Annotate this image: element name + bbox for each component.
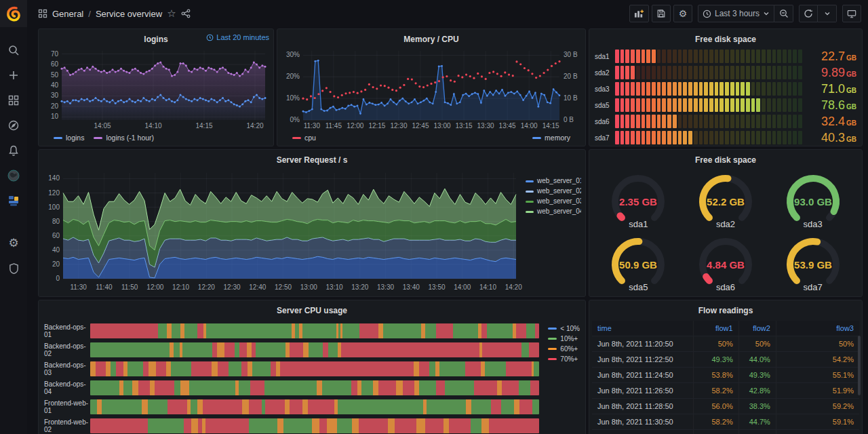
dashboards-icon[interactable] bbox=[5, 92, 22, 108]
table-scrollbar[interactable] bbox=[858, 336, 861, 395]
bar-gauge-cell bbox=[751, 66, 755, 79]
disk-value-unit: GB bbox=[846, 87, 856, 94]
admin-shield-icon[interactable] bbox=[5, 260, 22, 276]
flow-value-cell: 59.1% bbox=[776, 414, 859, 429]
star-icon[interactable]: ☆ bbox=[167, 7, 176, 20]
memcpu-legend-item[interactable]: cpu bbox=[292, 134, 316, 142]
bar-gauge-cell bbox=[625, 98, 629, 112]
timeline-segment bbox=[439, 361, 465, 376]
timeline-segment bbox=[96, 361, 106, 376]
panel-title-gauges[interactable]: Free disk space bbox=[595, 154, 856, 167]
timeline-segment bbox=[206, 323, 291, 338]
flow-table-header-row: timeflow1flow2flow3 bbox=[592, 321, 859, 336]
memcpu-legend-item[interactable]: memory bbox=[532, 134, 570, 142]
timeline-segment bbox=[436, 380, 445, 395]
disk-bar-row: sda29.89GB bbox=[595, 64, 856, 81]
cycle-view-mode-button[interactable] bbox=[842, 5, 861, 22]
panel-title-flow[interactable]: Flow readings bbox=[592, 304, 859, 318]
timeline-segment bbox=[308, 399, 334, 414]
timeline-segment bbox=[414, 380, 419, 395]
create-plus-icon[interactable] bbox=[5, 67, 22, 83]
bar-gauge-cell bbox=[631, 115, 635, 128]
bar-gauge-cell bbox=[683, 82, 687, 96]
timeline-segment bbox=[180, 380, 189, 395]
timeline-segment bbox=[174, 380, 180, 395]
timeline-row-label: Backend-ops-03 bbox=[44, 361, 90, 376]
flow-value-cell: 44.7% bbox=[739, 414, 776, 429]
breadcrumb-dashboard[interactable]: Service overview bbox=[96, 9, 162, 19]
add-panel-button[interactable] bbox=[629, 5, 649, 22]
bar-gauge-cell bbox=[704, 50, 708, 63]
alerting-bell-icon[interactable] bbox=[5, 142, 22, 159]
bar-gauge-cell bbox=[725, 98, 729, 112]
svg-text:13:40: 13:40 bbox=[403, 283, 420, 291]
panel-time-override[interactable]: Last 20 minutes bbox=[206, 33, 269, 41]
timeline-segment bbox=[378, 380, 396, 395]
cpu-usage-legend-item[interactable]: 70%+ bbox=[548, 355, 580, 363]
refresh-button[interactable] bbox=[799, 5, 818, 22]
save-dashboard-button[interactable] bbox=[652, 5, 671, 22]
timeline-segment bbox=[123, 380, 132, 395]
timeline-row: Backend-ops-02 bbox=[44, 342, 539, 357]
panel-title-cpu-usage[interactable]: Server CPU usage bbox=[44, 304, 580, 318]
bar-gauge-cell bbox=[657, 82, 661, 96]
cpu-usage-legend-item[interactable]: 60%+ bbox=[548, 345, 580, 353]
timeline-segment bbox=[224, 342, 235, 357]
flow-column-header[interactable]: time bbox=[592, 321, 694, 336]
dashboard-settings-button[interactable]: ⚙ bbox=[673, 5, 692, 22]
share-icon[interactable] bbox=[181, 9, 191, 18]
refresh-interval-dropdown[interactable] bbox=[818, 5, 837, 22]
disk-bar-cells bbox=[615, 131, 802, 144]
timeline-segment bbox=[529, 342, 539, 357]
timeline-segment bbox=[191, 399, 197, 414]
timeline-segment bbox=[373, 380, 379, 395]
flow-column-header[interactable]: flow3 bbox=[776, 321, 859, 336]
bar-gauge-cell bbox=[657, 98, 661, 112]
legend-label: < 10% bbox=[560, 325, 580, 332]
logins-legend-item[interactable]: logins (-1 hour) bbox=[94, 134, 154, 142]
bar-gauge-cell bbox=[678, 82, 682, 96]
gauge-sda6: 4.84 GBsda6 bbox=[682, 232, 770, 292]
time-range-picker[interactable]: Last 3 hours bbox=[698, 5, 774, 22]
flow-column-header[interactable]: flow2 bbox=[739, 321, 776, 336]
bar-gauge-cell bbox=[646, 50, 650, 63]
timeline-segment bbox=[265, 399, 285, 414]
flow-value-cell: 42.8% bbox=[739, 383, 776, 398]
timeline-segment bbox=[242, 399, 249, 414]
logins-legend: loginslogins (-1 hour) bbox=[44, 134, 268, 142]
app-plugin-icon[interactable] bbox=[5, 193, 22, 209]
bar-gauge-cell bbox=[620, 98, 625, 112]
svg-text:12:20: 12:20 bbox=[198, 283, 215, 291]
flow-value-cell: 64.2% bbox=[776, 430, 859, 434]
cpu-usage-legend-item[interactable]: < 10% bbox=[548, 325, 580, 332]
svg-text:30: 30 bbox=[51, 92, 59, 99]
timeline-segment bbox=[489, 418, 539, 433]
bar-gauge-cell bbox=[667, 66, 671, 79]
cpu-usage-legend-item[interactable]: 10%+ bbox=[548, 335, 580, 342]
breadcrumb-folder[interactable]: General bbox=[52, 9, 83, 19]
explore-compass-icon[interactable] bbox=[5, 117, 22, 134]
timeline-segment bbox=[516, 323, 527, 338]
svg-text:12:15: 12:15 bbox=[368, 122, 385, 130]
flow-value-cell: 53.8% bbox=[694, 368, 739, 382]
configuration-gear-icon[interactable]: ⚙ bbox=[5, 235, 22, 251]
apps-grid-icon[interactable] bbox=[38, 9, 47, 18]
timeline-segment bbox=[191, 361, 212, 376]
panel-title-diskbar[interactable]: Free disk space bbox=[595, 33, 856, 47]
panel-logins: logins Last 20 minutes 1020304050607014:… bbox=[38, 28, 274, 146]
bar-gauge-cell bbox=[767, 115, 771, 128]
bar-gauge-cell bbox=[756, 98, 760, 112]
panel-title-requests[interactable]: Server Request / s bbox=[44, 154, 580, 167]
timeline-segment bbox=[167, 399, 187, 414]
bar-gauge-cell bbox=[694, 115, 698, 128]
bar-gauge-cell bbox=[783, 82, 787, 96]
panel-title-memcpu[interactable]: Memory / CPU bbox=[283, 33, 580, 47]
flow-column-header[interactable]: flow1 bbox=[694, 321, 739, 336]
worldmap-plugin-icon[interactable] bbox=[5, 167, 22, 184]
logins-legend-item[interactable]: logins bbox=[54, 134, 84, 142]
bar-gauge-cell bbox=[615, 82, 619, 96]
zoom-out-time-button[interactable] bbox=[774, 5, 793, 22]
search-icon[interactable] bbox=[5, 42, 22, 58]
grafana-logo[interactable] bbox=[0, 0, 27, 27]
bar-gauge-cell bbox=[625, 50, 629, 63]
